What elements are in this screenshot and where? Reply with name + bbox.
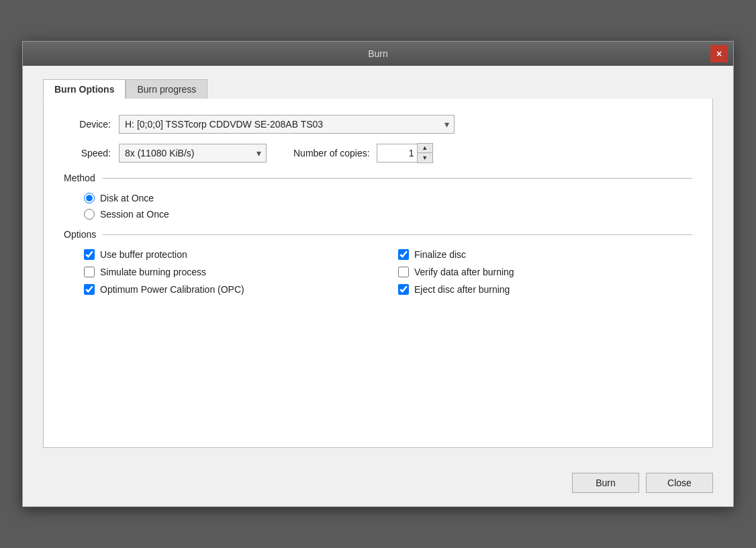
opc-label[interactable]: Optimum Power Calibration (OPC) — [100, 284, 244, 295]
simulate-burning-checkbox[interactable] — [84, 267, 95, 277]
finalize-disc-label[interactable]: Finalize disc — [414, 249, 466, 260]
verify-data-label[interactable]: Verify data after burning — [414, 267, 514, 277]
opc-row: Optimum Power Calibration (OPC) — [84, 284, 378, 295]
copies-up-button[interactable]: ▲ — [418, 144, 432, 153]
device-select-wrapper: H: [0;0;0] TSSTcorp CDDVDW SE-208AB TS03 — [119, 115, 455, 134]
copies-container: 1 ▲ ▼ — [377, 143, 433, 163]
eject-disc-checkbox[interactable] — [398, 284, 409, 295]
speed-copies-row: Speed: 8x (11080 KiB/s) Number of copies… — [64, 143, 692, 163]
options-label: Options — [64, 229, 96, 240]
speed-label: Speed: — [64, 148, 111, 158]
close-icon[interactable]: × — [710, 45, 728, 62]
device-row: Device: H: [0;0;0] TSSTcorp CDDVDW SE-20… — [64, 115, 692, 134]
titlebar: Burn × — [23, 42, 733, 66]
options-grid: Use buffer protection Finalize disc Simu… — [84, 249, 692, 295]
burn-button[interactable]: Burn — [572, 473, 639, 493]
method-section-header: Method — [64, 173, 692, 183]
opc-checkbox[interactable] — [84, 284, 95, 295]
buffer-protection-checkbox[interactable] — [84, 249, 95, 260]
burn-options-panel: Device: H: [0;0;0] TSSTcorp CDDVDW SE-20… — [43, 99, 713, 448]
simulate-burning-row: Simulate burning process — [84, 267, 378, 277]
window-title: Burn — [368, 48, 388, 59]
device-select[interactable]: H: [0;0;0] TSSTcorp CDDVDW SE-208AB TS03 — [119, 115, 455, 134]
buffer-protection-label[interactable]: Use buffer protection — [100, 249, 187, 260]
device-label: Device: — [64, 119, 111, 130]
options-divider-line — [103, 234, 692, 235]
verify-data-row: Verify data after burning — [398, 267, 692, 277]
dialog-content: Burn Options Burn progress Device: H: [0… — [23, 66, 733, 462]
tab-burn-options[interactable]: Burn Options — [43, 79, 126, 99]
dialog-footer: Burn Close — [23, 462, 733, 506]
eject-disc-label[interactable]: Eject disc after burning — [414, 284, 510, 295]
copies-input[interactable]: 1 — [377, 144, 417, 163]
simulate-burning-label[interactable]: Simulate burning process — [100, 267, 206, 277]
session-at-once-row: Session at Once — [84, 209, 692, 220]
session-at-once-label[interactable]: Session at Once — [100, 209, 169, 220]
method-radio-group: Disk at Once Session at Once — [84, 193, 692, 220]
method-divider-line — [102, 178, 692, 179]
disk-at-once-radio[interactable] — [84, 193, 95, 203]
speed-select[interactable]: 8x (11080 KiB/s) — [119, 144, 267, 163]
tab-bar: Burn Options Burn progress — [43, 79, 713, 99]
burn-dialog: Burn × Burn Options Burn progress Device… — [22, 41, 734, 507]
finalize-disc-checkbox[interactable] — [398, 249, 409, 260]
copies-spinner: ▲ ▼ — [417, 143, 433, 163]
tab-burn-progress[interactable]: Burn progress — [126, 79, 207, 99]
options-section-header: Options — [64, 229, 692, 240]
copies-down-button[interactable]: ▼ — [418, 153, 432, 163]
speed-select-wrapper: 8x (11080 KiB/s) — [119, 144, 267, 163]
eject-disc-row: Eject disc after burning — [398, 284, 692, 295]
verify-data-checkbox[interactable] — [398, 267, 409, 277]
close-button[interactable]: Close — [646, 473, 713, 493]
disk-at-once-label[interactable]: Disk at Once — [100, 193, 154, 203]
buffer-protection-row: Use buffer protection — [84, 249, 378, 260]
finalize-disc-row: Finalize disc — [398, 249, 692, 260]
copies-label: Number of copies: — [293, 148, 370, 158]
session-at-once-radio[interactable] — [84, 209, 95, 220]
disk-at-once-row: Disk at Once — [84, 193, 692, 203]
method-label: Method — [64, 173, 95, 183]
